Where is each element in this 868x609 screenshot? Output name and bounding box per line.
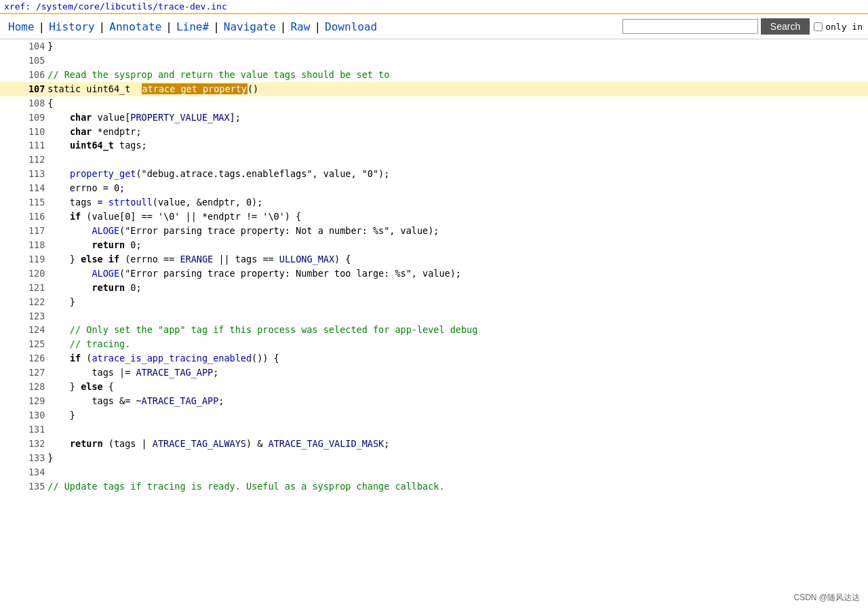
line-number[interactable]: 129 xyxy=(0,394,46,408)
table-row: 116 if (value[0] == '\0' || *endptr != '… xyxy=(0,210,868,224)
table-row: 117 ALOGE("Error parsing trace property:… xyxy=(0,224,868,238)
table-row: 104} xyxy=(0,39,868,54)
line-number[interactable]: 105 xyxy=(0,54,46,68)
table-row: 130 } xyxy=(0,408,868,423)
nav-sep-5: | xyxy=(279,20,288,33)
line-code: // Only set the "app" tag if this proces… xyxy=(46,323,868,337)
line-number[interactable]: 107 xyxy=(0,82,46,96)
line-code: return 0; xyxy=(46,281,868,295)
nav-sep-4: | xyxy=(212,20,221,33)
xref-label: xref: xyxy=(4,1,31,12)
line-number[interactable]: 109 xyxy=(0,111,46,125)
table-row: 125 // tracing. xyxy=(0,337,868,351)
table-row: 107static uint64_t atrace_get_property() xyxy=(0,82,868,96)
line-code xyxy=(46,153,868,167)
only-in-label: only in xyxy=(825,22,863,32)
table-row: 123 xyxy=(0,309,868,323)
line-number[interactable]: 133 xyxy=(0,451,46,465)
nav-sep-1: | xyxy=(37,20,47,33)
line-number[interactable]: 114 xyxy=(0,181,46,195)
table-row: 128 } else { xyxy=(0,380,868,394)
line-code xyxy=(46,309,868,323)
line-number[interactable]: 130 xyxy=(0,408,46,423)
line-number[interactable]: 112 xyxy=(0,153,46,167)
line-number[interactable]: 110 xyxy=(0,125,46,139)
table-row: 118 return 0; xyxy=(0,238,868,252)
line-number[interactable]: 118 xyxy=(0,238,46,252)
line-number[interactable]: 111 xyxy=(0,138,46,153)
line-number[interactable]: 122 xyxy=(0,295,46,309)
line-number[interactable]: 108 xyxy=(0,96,46,111)
table-row: 135// Update tags if tracing is ready. U… xyxy=(0,479,868,494)
table-row: 105 xyxy=(0,54,868,68)
line-code: // Read the sysprop and return the value… xyxy=(46,68,868,82)
line-code: static uint64_t atrace_get_property() xyxy=(46,82,868,96)
line-number[interactable]: 106 xyxy=(0,68,46,82)
line-number[interactable]: 127 xyxy=(0,366,46,380)
table-row: 112 xyxy=(0,153,868,167)
table-row: 126 if (atrace_is_app_tracing_enabled())… xyxy=(0,351,868,366)
line-code: return 0; xyxy=(46,238,868,252)
nav-sep-2: | xyxy=(98,20,107,33)
table-row: 134 xyxy=(0,465,868,479)
nav-raw[interactable]: Raw xyxy=(288,20,313,33)
table-row: 115 tags = strtoull(value, &endptr, 0); xyxy=(0,195,868,210)
line-code xyxy=(46,423,868,437)
nav-download[interactable]: Download xyxy=(322,20,380,33)
line-number[interactable]: 116 xyxy=(0,210,46,224)
table-row: 108{ xyxy=(0,96,868,111)
line-code: uint64_t tags; xyxy=(46,138,868,153)
line-code: ALOGE("Error parsing trace property: Not… xyxy=(46,224,868,238)
line-number[interactable]: 123 xyxy=(0,309,46,323)
line-number[interactable]: 124 xyxy=(0,323,46,337)
line-number[interactable]: 135 xyxy=(0,479,46,494)
line-code xyxy=(46,54,868,68)
table-row: 106// Read the sysprop and return the va… xyxy=(0,68,868,82)
search-button[interactable]: Search xyxy=(761,18,810,35)
line-code: tags &= ~ATRACE_TAG_APP; xyxy=(46,394,868,408)
line-code: char *endptr; xyxy=(46,125,868,139)
nav-annotate[interactable]: Annotate xyxy=(106,20,164,33)
only-in-checkbox[interactable] xyxy=(814,22,823,31)
table-row: 111 uint64_t tags; xyxy=(0,138,868,153)
line-code: } xyxy=(46,295,868,309)
line-number[interactable]: 134 xyxy=(0,465,46,479)
line-number[interactable]: 125 xyxy=(0,337,46,351)
nav-home[interactable]: Home xyxy=(5,20,37,33)
line-number[interactable]: 131 xyxy=(0,423,46,437)
line-number[interactable]: 126 xyxy=(0,351,46,366)
nav-lineno[interactable]: Line# xyxy=(174,20,212,33)
search-input[interactable] xyxy=(623,19,758,34)
nav-sep-6: | xyxy=(313,20,322,33)
nav-history[interactable]: History xyxy=(46,20,97,33)
table-row: 119 } else if (errno == ERANGE || tags =… xyxy=(0,252,868,267)
line-number[interactable]: 113 xyxy=(0,167,46,181)
line-code: } else if (errno == ERANGE || tags == UL… xyxy=(46,252,868,267)
line-code: ALOGE("Error parsing trace property: Num… xyxy=(46,267,868,281)
xref-path[interactable]: /system/core/libcutils/trace-dev.inc xyxy=(36,1,227,12)
code-table: 104}105106// Read the sysprop and return… xyxy=(0,39,868,494)
line-number[interactable]: 132 xyxy=(0,437,46,451)
table-row: 122 } xyxy=(0,295,868,309)
nav-navigate[interactable]: Navigate xyxy=(221,20,279,33)
table-row: 114 errno = 0; xyxy=(0,181,868,195)
table-row: 129 tags &= ~ATRACE_TAG_APP; xyxy=(0,394,868,408)
line-code: char value[PROPERTY_VALUE_MAX]; xyxy=(46,111,868,125)
line-number[interactable]: 121 xyxy=(0,281,46,295)
table-row: 109 char value[PROPERTY_VALUE_MAX]; xyxy=(0,111,868,125)
table-row: 131 xyxy=(0,423,868,437)
nav-sep-3: | xyxy=(164,20,174,33)
line-number[interactable]: 119 xyxy=(0,252,46,267)
line-number[interactable]: 120 xyxy=(0,267,46,281)
line-number[interactable]: 128 xyxy=(0,380,46,394)
line-code: } xyxy=(46,39,868,54)
table-row: 132 return (tags | ATRACE_TAG_ALWAYS) & … xyxy=(0,437,868,451)
table-row: 121 return 0; xyxy=(0,281,868,295)
table-row: 113 property_get("debug.atrace.tags.enab… xyxy=(0,167,868,181)
line-number[interactable]: 117 xyxy=(0,224,46,238)
line-number[interactable]: 104 xyxy=(0,39,46,54)
line-number[interactable]: 115 xyxy=(0,195,46,210)
line-code: } xyxy=(46,408,868,423)
line-code: tags = strtoull(value, &endptr, 0); xyxy=(46,195,868,210)
xref-bar: xref: /system/core/libcutils/trace-dev.i… xyxy=(0,0,868,14)
